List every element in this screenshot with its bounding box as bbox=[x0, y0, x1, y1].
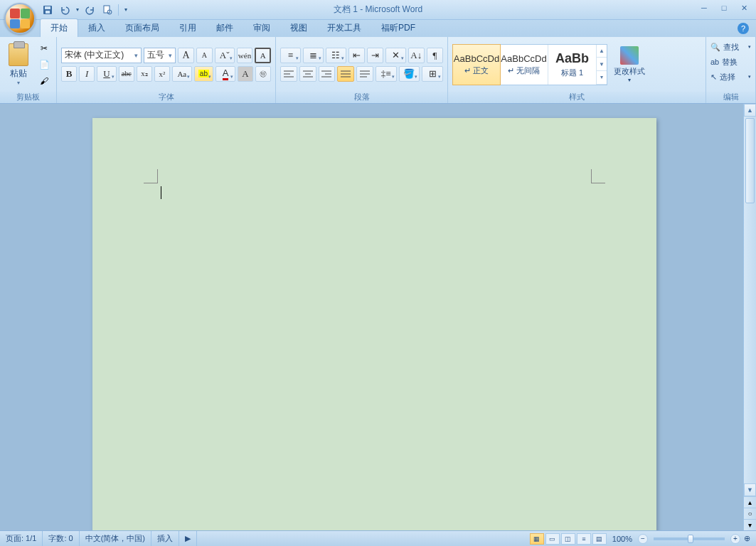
zoom-out-button[interactable]: − bbox=[638, 534, 648, 544]
shrink-font-icon[interactable]: A bbox=[196, 48, 213, 63]
distribute-button[interactable] bbox=[356, 66, 373, 82]
numbering-button[interactable]: ≣ bbox=[303, 48, 324, 63]
view-print-layout-icon[interactable]: ▦ bbox=[530, 533, 544, 545]
clear-format-icon[interactable]: Aˇ bbox=[215, 48, 235, 63]
underline-button[interactable]: U bbox=[97, 66, 117, 82]
document-page[interactable] bbox=[92, 118, 656, 530]
style-normal[interactable]: AaBbCcDd ↵ 正文 bbox=[452, 44, 501, 85]
zoom-slider[interactable] bbox=[654, 537, 725, 540]
window-controls: ─ □ ✕ bbox=[695, 1, 753, 14]
font-size-combo[interactable]: 五号 bbox=[144, 48, 176, 63]
style-gallery: AaBbCcDd ↵ 正文 AaBbCcDd ↵ 无间隔 AaBb 标题 1 ▲… bbox=[452, 44, 607, 85]
scroll-up-icon[interactable]: ▲ bbox=[744, 104, 756, 117]
sort-button[interactable]: A↓ bbox=[408, 48, 425, 63]
gallery-up-icon[interactable]: ▲ bbox=[597, 45, 607, 58]
view-outline-icon[interactable]: ≡ bbox=[577, 533, 591, 545]
redo-icon[interactable] bbox=[82, 2, 98, 18]
tab-developer[interactable]: 开发工具 bbox=[317, 19, 371, 37]
office-button[interactable] bbox=[4, 3, 36, 34]
style-preview: AaBbCcDd bbox=[501, 53, 546, 64]
line-spacing-button[interactable]: ‡≡ bbox=[376, 66, 397, 82]
italic-button[interactable]: I bbox=[79, 66, 95, 82]
align-right-button[interactable] bbox=[319, 66, 336, 82]
grow-font-icon[interactable]: A bbox=[178, 48, 194, 63]
zoom-thumb[interactable] bbox=[688, 535, 693, 543]
style-name: ↵ 无间隔 bbox=[508, 65, 540, 76]
status-macro-icon[interactable]: ▶ bbox=[179, 531, 197, 546]
justify-button[interactable] bbox=[337, 66, 354, 82]
format-painter-icon[interactable]: 🖌 bbox=[36, 74, 52, 88]
maximize-button[interactable]: □ bbox=[715, 1, 733, 14]
tab-view[interactable]: 视图 bbox=[280, 19, 317, 37]
view-full-screen-icon[interactable]: ▭ bbox=[545, 533, 560, 545]
increase-indent-button[interactable]: ⇥ bbox=[367, 48, 383, 63]
scroll-down-icon[interactable]: ▼ bbox=[744, 483, 756, 496]
minimize-button[interactable]: ─ bbox=[695, 1, 713, 14]
next-page-icon[interactable]: ▾ bbox=[744, 519, 756, 530]
gallery-more-icon[interactable]: ▾ bbox=[597, 71, 607, 85]
prev-page-icon[interactable]: ▴ bbox=[744, 496, 756, 508]
zoom-level[interactable]: 100% bbox=[612, 535, 632, 543]
tab-home[interactable]: 开始 bbox=[40, 18, 78, 37]
gallery-down-icon[interactable]: ▼ bbox=[597, 58, 607, 71]
align-center-button[interactable] bbox=[299, 66, 316, 82]
tab-page-layout[interactable]: 页面布局 bbox=[115, 19, 169, 37]
print-preview-icon[interactable] bbox=[100, 2, 115, 18]
char-shading-button[interactable]: A bbox=[238, 66, 253, 82]
scroll-thumb[interactable] bbox=[745, 118, 755, 203]
decrease-indent-button[interactable]: ⇤ bbox=[348, 48, 365, 63]
status-mode[interactable]: 插入 bbox=[151, 531, 179, 546]
align-left-button[interactable] bbox=[280, 66, 297, 82]
status-words[interactable]: 字数: 0 bbox=[43, 531, 79, 546]
style-name: ↵ 正文 bbox=[464, 65, 489, 76]
change-styles-button[interactable]: 更改样式 ▾ bbox=[613, 46, 646, 83]
undo-dropdown-icon[interactable]: ▾ bbox=[74, 2, 81, 18]
select-button[interactable]: ↖选择▾ bbox=[708, 70, 754, 84]
tab-review[interactable]: 审阅 bbox=[243, 19, 280, 37]
zoom-fit-icon[interactable]: ⊕ bbox=[742, 534, 752, 543]
font-color-button[interactable]: A bbox=[215, 66, 235, 82]
cut-icon[interactable]: ✂ bbox=[36, 41, 52, 55]
show-marks-button[interactable]: ¶ bbox=[427, 48, 443, 63]
group-clipboard: 粘贴 ▾ ✂ 📄 🖌 剪贴板 bbox=[0, 37, 57, 103]
qat-customize-icon[interactable]: ▾ bbox=[122, 2, 130, 18]
copy-icon[interactable]: 📄 bbox=[36, 58, 52, 72]
multilevel-button[interactable]: ☷ bbox=[326, 48, 346, 63]
save-icon[interactable] bbox=[40, 2, 55, 18]
pinyin-guide-icon[interactable]: wén bbox=[237, 48, 253, 63]
replace-button[interactable]: ab替换 bbox=[708, 55, 754, 69]
browse-object-icon[interactable]: ○ bbox=[744, 508, 756, 519]
view-draft-icon[interactable]: ▤ bbox=[592, 533, 607, 545]
bullets-button[interactable]: ≡ bbox=[280, 48, 301, 63]
shading-button[interactable]: 🪣 bbox=[399, 66, 420, 82]
tab-insert[interactable]: 插入 bbox=[78, 19, 115, 37]
tab-references[interactable]: 引用 bbox=[169, 19, 206, 37]
bold-button[interactable]: B bbox=[61, 66, 77, 82]
tab-foxit-pdf[interactable]: 福昕PDF bbox=[371, 19, 425, 37]
superscript-button[interactable]: x² bbox=[154, 66, 170, 82]
find-button[interactable]: 🔍查找▾ bbox=[708, 40, 754, 54]
status-page[interactable]: 页面: 1/1 bbox=[0, 531, 43, 546]
style-heading1[interactable]: AaBb 标题 1 bbox=[548, 45, 597, 85]
undo-icon[interactable] bbox=[57, 2, 73, 18]
subscript-button[interactable]: x₂ bbox=[137, 66, 152, 82]
select-icon: ↖ bbox=[710, 73, 717, 82]
zoom-in-button[interactable]: + bbox=[730, 534, 740, 544]
highlight-button[interactable]: ab bbox=[194, 66, 214, 82]
enclose-char-button[interactable]: ㊕ bbox=[255, 66, 271, 82]
borders-button[interactable]: ⊞ bbox=[422, 66, 443, 82]
close-button[interactable]: ✕ bbox=[735, 1, 753, 14]
asian-layout-button[interactable]: ✕ bbox=[385, 48, 406, 63]
paste-button[interactable]: 粘贴 ▾ bbox=[4, 41, 32, 88]
style-preview: AaBbCcDd bbox=[454, 53, 499, 64]
style-name: 标题 1 bbox=[561, 68, 583, 78]
status-language[interactable]: 中文(简体，中国) bbox=[80, 531, 151, 546]
help-icon[interactable]: ? bbox=[738, 23, 749, 34]
change-case-button[interactable]: Aa bbox=[172, 66, 192, 82]
style-no-spacing[interactable]: AaBbCcDd ↵ 无间隔 bbox=[500, 45, 548, 85]
font-name-combo[interactable]: 宋体 (中文正文) bbox=[61, 48, 142, 63]
tab-mailings[interactable]: 邮件 bbox=[206, 19, 243, 37]
char-border-icon[interactable]: A bbox=[255, 48, 271, 63]
strike-button[interactable]: abc bbox=[119, 66, 134, 82]
view-web-icon[interactable]: ◫ bbox=[561, 533, 575, 545]
